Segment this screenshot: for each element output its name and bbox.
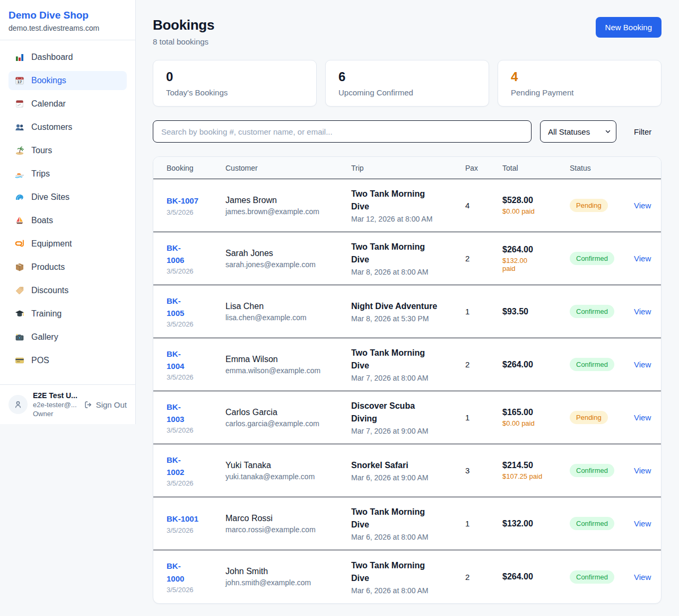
trip-name: Discover Scuba Diving [351,400,459,425]
trip-datetime: Mar 6, 2026 at 8:00 AM [351,533,459,541]
shop-name: Demo Dive Shop [8,10,127,21]
booking-id-link[interactable]: BK- 1004 [167,348,219,373]
sidebar-item-label: POS [31,356,49,365]
customer-name: Lisa Chen [225,302,345,311]
pax-cell: 3 [465,466,502,475]
trip-name: Two Tank Morning Dive [351,559,459,585]
page-title: Bookings [153,17,214,33]
booking-cell: BK- 1002 3/5/2026 [153,454,225,488]
sidebar-item-label: Trips [31,169,50,179]
column-header-status: Status [570,164,634,172]
customer-cell: James Brown james.brown@example.com [225,196,351,216]
status-badge: Confirmed [570,358,614,371]
sidebar-nav: Dashboard 17 Bookings Calendar Customers… [0,40,135,384]
booking-id-link[interactable]: BK- 1005 [167,295,219,320]
bookings-count: 8 total bookings [153,37,214,46]
pax-cell: 1 [465,307,502,316]
booking-cell: BK-1007 3/5/2026 [153,195,225,216]
sidebar-item-bookings[interactable]: 17 Bookings [8,71,127,90]
package-icon [15,262,24,272]
paid-amount: $107.25 paid [502,472,563,480]
sidebar-item-tours[interactable]: Tours [8,141,127,160]
sidebar-item-boats[interactable]: Boats [8,211,127,230]
column-header-customer: Customer [225,164,351,172]
trip-name: Two Tank Morning Dive [351,241,459,266]
bookings-table: BookingCustomerTripPaxTotalStatus BK-100… [153,156,661,604]
new-booking-button[interactable]: New Booking [596,17,661,38]
paid-amount: $132.00 paid [502,257,563,272]
sidebar-item-equipment[interactable]: Equipment [8,234,127,253]
sidebar-item-discounts[interactable]: Discounts [8,281,127,300]
view-link[interactable]: View [634,201,661,210]
stat-value: 6 [338,69,476,84]
customer-name: James Brown [225,196,345,205]
view-link[interactable]: View [634,519,661,528]
view-link[interactable]: View [634,360,661,369]
sidebar-item-products[interactable]: Products [8,258,127,277]
trip-name: Night Dive Adventure [351,300,459,313]
shop-domain: demo.test.divestreams.com [8,24,127,32]
view-link[interactable]: View [634,573,661,582]
view-link[interactable]: View [634,413,661,422]
total-cell: $165.00 $0.00 paid [502,408,570,427]
sidebar-footer: E2E Test U... e2e-tester@... Owner Sign … [0,384,135,424]
sidebar-item-dive-sites[interactable]: Dive Sites [8,188,127,207]
table-row: BK- 1002 3/5/2026 Yuki Tanaka yuki.tanak… [153,444,661,497]
sidebar-item-customers[interactable]: Customers [8,118,127,137]
booking-id-link[interactable]: BK- 1006 [167,242,219,267]
status-badge: Confirmed [570,517,614,530]
booking-cell: BK- 1004 3/5/2026 [153,348,225,382]
status-cell: Confirmed [570,305,634,318]
customer-email: john.smith@example.com [225,578,345,587]
booking-id-link[interactable]: BK- 1000 [167,560,219,585]
sidebar-item-label: Dashboard [31,52,73,62]
sidebar-item-gallery[interactable]: Gallery [8,328,127,347]
view-link[interactable]: View [634,466,661,475]
sign-out-button[interactable]: Sign Out [84,400,127,409]
sidebar-item-label: Training [31,309,62,319]
booking-cell: BK- 1003 3/5/2026 [153,401,225,435]
booking-id-link[interactable]: BK-1007 [167,195,219,207]
trip-datetime: Mar 12, 2026 at 8:00 AM [351,215,459,223]
customer-email: marco.rossi@example.com [225,525,345,534]
view-link[interactable]: View [634,254,661,263]
trip-datetime: Mar 7, 2026 at 8:00 AM [351,374,459,382]
booking-id-link[interactable]: BK-1001 [167,513,219,525]
table-row: BK- 1006 3/5/2026 Sarah Jones sarah.jone… [153,232,661,285]
table-row: BK- 1003 3/5/2026 Carlos Garcia carlos.g… [153,391,661,444]
page-header: Bookings 8 total bookings New Booking [153,17,661,46]
column-header-total: Total [502,164,570,172]
total-cell: $214.50 $107.25 paid [502,461,570,480]
filter-button[interactable]: Filter [634,127,651,136]
sidebar-item-training[interactable]: Training [8,304,127,323]
sidebar-item-dashboard[interactable]: Dashboard [8,48,127,67]
sidebar-item-trips[interactable]: Trips [8,164,127,183]
search-input[interactable] [153,120,532,143]
total-amount: $165.00 [502,408,563,417]
main-content: Bookings 8 total bookings New Booking 0 … [136,0,679,604]
sign-out-label: Sign Out [96,400,127,409]
view-link[interactable]: View [634,307,661,316]
total-amount: $264.00 [502,572,563,582]
user-role: Owner [33,410,79,418]
status-cell: Confirmed [570,517,634,530]
total-amount: $93.50 [502,307,563,316]
booking-id-link[interactable]: BK- 1002 [167,454,219,479]
total-cell: $528.00 $0.00 paid [502,196,570,215]
trip-cell: Discover Scuba Diving Mar 7, 2026 at 9:0… [351,400,465,435]
sidebar-item-calendar[interactable]: Calendar [8,94,127,113]
total-amount: $264.00 [502,245,563,254]
sidebar-item-label: Boats [31,216,53,225]
booking-date: 3/5/2026 [167,426,219,434]
pax-cell: 4 [465,201,502,210]
total-cell: $264.00 [502,360,570,369]
booking-date: 3/5/2026 [167,586,219,594]
booking-id-link[interactable]: BK- 1003 [167,401,219,426]
paid-amount: $0.00 paid [502,419,563,427]
status-select[interactable]: All Statuses [540,120,616,143]
sidebar-item-pos[interactable]: POS [8,351,127,370]
avatar [8,395,28,414]
total-amount: $132.00 [502,519,563,529]
stat-label: Upcoming Confirmed [338,88,476,97]
booking-date: 3/5/2026 [167,479,219,487]
